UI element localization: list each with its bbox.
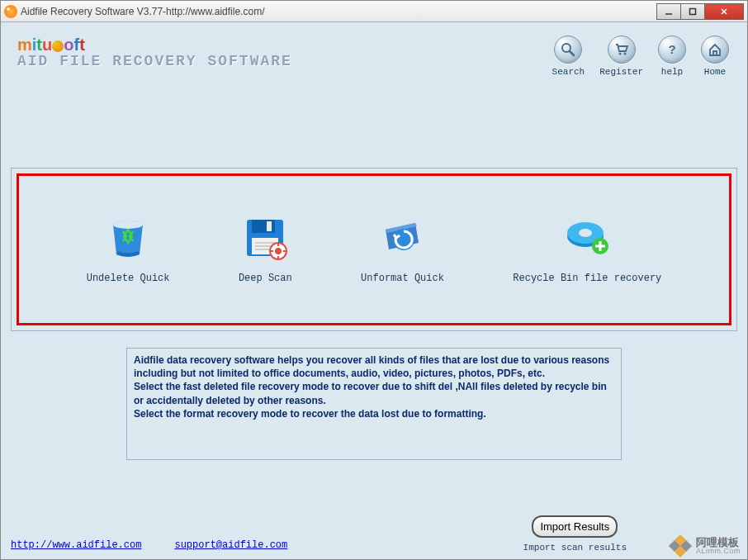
- actions-highlight: Undelete Quick Deep Scan Unformat Quick: [17, 173, 731, 325]
- footer-links: http://www.aidfile.com support@aidfile.c…: [11, 539, 287, 553]
- import-area: Import Results Import scan results: [523, 515, 627, 553]
- drive-refresh-icon: [379, 215, 425, 261]
- brand-logo: mituoft: [17, 36, 292, 55]
- import-label: Import scan results: [523, 543, 627, 553]
- search-button[interactable]: Search: [552, 36, 585, 77]
- maximize-button[interactable]: [680, 3, 705, 20]
- info-text: Aidfile data recovery software helps you…: [126, 348, 622, 460]
- watermark-en: ALimm.Com: [696, 548, 741, 555]
- window-title: Aidfile Recovery Software V3.77-http://w…: [21, 6, 657, 17]
- help-button[interactable]: ? help: [658, 36, 686, 77]
- svg-point-10: [113, 221, 143, 229]
- minimize-button[interactable]: [656, 3, 681, 20]
- help-icon: ?: [658, 36, 686, 64]
- cart-icon: [608, 36, 636, 64]
- search-label: Search: [552, 67, 585, 77]
- undelete-label: Undelete Quick: [87, 273, 170, 284]
- svg-rect-13: [267, 221, 272, 231]
- svg-point-7: [623, 53, 626, 55]
- home-label: Home: [704, 67, 726, 77]
- undelete-quick-button[interactable]: Undelete Quick: [87, 215, 170, 284]
- toolbar: Search Register ? help: [552, 34, 729, 77]
- email-link[interactable]: support@aidfile.com: [174, 539, 287, 551]
- register-label: Register: [599, 67, 643, 77]
- main-panel: Undelete Quick Deep Scan Unformat Quick: [11, 168, 737, 331]
- content-area: mituoft AID FILE RECOVERY SOFTWARE Searc…: [1, 22, 747, 559]
- deep-scan-label: Deep Scan: [239, 273, 292, 284]
- deep-scan-button[interactable]: Deep Scan: [239, 215, 292, 284]
- import-results-button[interactable]: Import Results: [532, 515, 618, 538]
- header: mituoft AID FILE RECOVERY SOFTWARE Searc…: [11, 31, 737, 77]
- recycle-recovery-label: Recycle Bin file recovery: [513, 273, 661, 284]
- svg-line-5: [570, 51, 574, 55]
- titlebar[interactable]: Aidfile Recovery Software V3.77-http://w…: [1, 1, 747, 22]
- footer: http://www.aidfile.com support@aidfile.c…: [11, 515, 737, 553]
- svg-text:?: ?: [668, 42, 675, 56]
- disc-plus-icon: [564, 215, 610, 261]
- unformat-quick-button[interactable]: Unformat Quick: [361, 215, 444, 284]
- close-button[interactable]: [704, 3, 744, 20]
- home-button[interactable]: Home: [701, 36, 729, 77]
- floppy-icon: [242, 215, 288, 261]
- help-label: help: [661, 67, 683, 77]
- recycle-bin-icon: [105, 215, 151, 261]
- window-controls: [657, 3, 744, 20]
- search-icon: [554, 36, 582, 64]
- svg-point-6: [618, 53, 621, 55]
- app-window: Aidfile Recovery Software V3.77-http://w…: [0, 0, 748, 560]
- home-icon: [701, 36, 729, 64]
- logo: mituoft AID FILE RECOVERY SOFTWARE: [17, 34, 292, 69]
- watermark-logo-icon: [668, 536, 693, 556]
- app-icon: [4, 5, 17, 18]
- unformat-label: Unformat Quick: [361, 273, 444, 284]
- recycle-recovery-button[interactable]: Recycle Bin file recovery: [513, 215, 661, 284]
- brand-subtitle: AID FILE RECOVERY SOFTWARE: [17, 53, 292, 69]
- register-button[interactable]: Register: [599, 36, 643, 77]
- svg-point-19: [275, 248, 282, 254]
- svg-point-23: [579, 229, 592, 237]
- svg-rect-1: [690, 8, 696, 14]
- website-link[interactable]: http://www.aidfile.com: [11, 539, 141, 551]
- watermark: 阿哩模板 ALimm.Com: [668, 536, 741, 556]
